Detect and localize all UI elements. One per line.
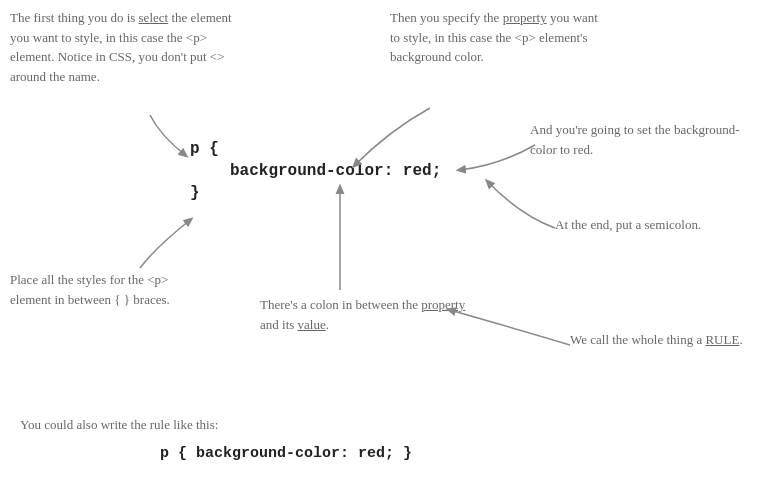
code-block-main: p { background-color: red; } — [140, 140, 441, 202]
bottom-code: p { background-color: red; } — [160, 445, 412, 462]
code-close: } — [190, 184, 441, 202]
bottom-sentence: You could also write the rule like this: — [20, 415, 218, 435]
annotation-right-mid: And you're going to set the background-c… — [530, 120, 740, 159]
page: The first thing you do is select the ele… — [0, 0, 782, 501]
annotation-right-lower: At the end, put a semicolon. — [555, 215, 735, 235]
annotation-top-right: Then you specify the property you want t… — [390, 8, 600, 67]
code-property: background-color: red; — [230, 162, 441, 180]
annotation-bottom-right: We call the whole thing a RULE. — [570, 330, 750, 350]
annotation-bottom-left: Place all the styles for the <p> element… — [10, 270, 210, 309]
annotation-bottom-mid: There's a colon in between the property … — [260, 295, 480, 334]
code-selector: p { — [190, 140, 441, 158]
annotation-top-left: The first thing you do is select the ele… — [10, 8, 240, 86]
